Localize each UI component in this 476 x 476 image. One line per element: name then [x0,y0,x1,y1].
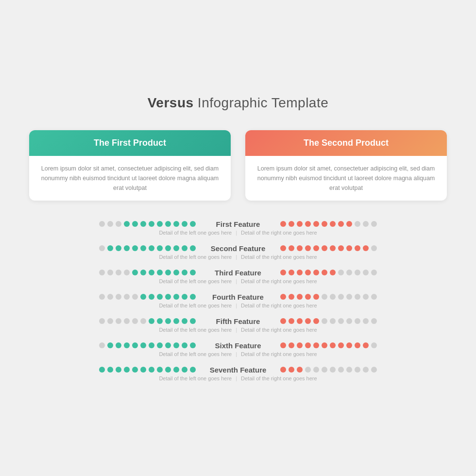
feature-right-dots-7 [280,367,447,373]
feature-detail-row-7: Detail of the left one goes here|Detail … [159,375,317,381]
left-dot-1-3 [116,221,121,227]
right-dot-5-11 [363,318,369,324]
left-dot-1-8 [157,221,163,227]
left-dot-1-4 [124,221,130,227]
right-dot-1-4 [305,221,311,227]
left-dot-7-3 [116,367,121,373]
right-dot-5-9 [346,318,352,324]
left-dot-7-11 [182,367,187,373]
feature-right-dots-2 [280,245,447,251]
left-dot-1-1 [99,221,105,227]
left-dot-4-3 [116,294,121,300]
right-dot-7-5 [313,367,319,373]
left-dot-5-8 [157,318,163,324]
feature-row-2: Second FeatureDetail of the left one goe… [29,244,447,260]
right-dot-1-12 [371,221,377,227]
right-dot-5-5 [313,318,319,324]
feature-dots-row-7: Seventh Feature [29,366,447,374]
right-dot-6-11 [363,342,369,348]
feature-row-1: First FeatureDetail of the left one goes… [29,220,447,236]
right-dot-7-3 [297,367,303,373]
right-dot-7-12 [371,367,377,373]
left-dot-6-1 [99,342,105,348]
left-dot-6-9 [165,342,171,348]
right-dot-3-9 [346,270,352,275]
product-2-header: The Second Product [245,130,447,156]
right-dot-2-10 [355,245,360,251]
feature-row-5: Fifth FeatureDetail of the left one goes… [29,317,447,333]
left-dot-1-11 [182,221,187,227]
feature-detail-row-3: Detail of the left one goes here|Detail … [159,278,317,284]
right-dot-6-1 [280,342,286,348]
left-dot-2-8 [157,245,163,251]
right-dot-2-9 [346,245,352,251]
right-dot-4-4 [305,294,311,300]
left-dot-1-7 [149,221,154,227]
feature-dots-row-2: Second Feature [29,244,447,253]
feature-detail-left-6: Detail of the left one goes here [159,351,232,357]
left-dot-6-12 [190,342,196,348]
right-dot-1-8 [338,221,344,227]
left-dot-6-7 [149,342,154,348]
feature-right-dots-1 [280,221,447,227]
left-dot-6-5 [132,342,138,348]
page-title: Versus Infographic Template [29,95,447,111]
feature-detail-left-3: Detail of the left one goes here [159,278,232,284]
left-dot-4-1 [99,294,105,300]
left-dot-6-2 [107,342,113,348]
feature-left-dots-3 [29,270,196,275]
left-dot-2-3 [116,245,121,251]
feature-detail-left-4: Detail of the left one goes here [159,303,232,308]
feature-right-dots-5 [280,318,447,324]
left-dot-5-9 [165,318,171,324]
right-dot-7-8 [338,367,344,373]
left-dot-3-6 [140,270,146,275]
feature-label-7: Seventh Feature [202,366,274,374]
right-dot-2-4 [305,245,311,251]
detail-divider-1: | [236,230,237,236]
left-dot-1-12 [190,221,196,227]
left-dot-5-6 [140,318,146,324]
right-dot-3-12 [371,270,377,275]
right-dot-1-9 [346,221,352,227]
right-dot-2-6 [322,245,327,251]
left-dot-2-11 [182,245,187,251]
right-dot-7-10 [355,367,360,373]
main-container: Versus Infographic Template The First Pr… [19,76,457,401]
feature-dots-row-3: Third Feature [29,269,447,277]
right-dot-7-9 [346,367,352,373]
right-dot-1-6 [322,221,327,227]
right-dot-3-8 [338,270,344,275]
left-dot-6-3 [116,342,121,348]
feature-detail-right-2: Detail of the right one goes here [241,254,317,260]
right-dot-7-11 [363,367,369,373]
feature-detail-right-3: Detail of the right one goes here [241,278,317,284]
feature-label-4: Fourth Feature [202,293,274,301]
feature-left-dots-7 [29,367,196,373]
left-dot-2-9 [165,245,171,251]
left-dot-6-10 [173,342,179,348]
right-dot-1-10 [355,221,360,227]
title-bold: Versus [148,95,194,110]
feature-detail-right-7: Detail of the right one goes here [241,375,317,381]
left-dot-3-7 [149,270,154,275]
left-dot-5-4 [124,318,130,324]
feature-right-dots-4 [280,294,447,300]
title-rest: Infographic Template [194,95,329,110]
right-dot-7-7 [330,367,336,373]
right-dot-5-4 [305,318,311,324]
right-dot-4-7 [330,294,336,300]
right-dot-5-10 [355,318,360,324]
left-dot-4-8 [157,294,163,300]
right-dot-5-3 [297,318,303,324]
feature-row-6: Sixth FeatureDetail of the left one goes… [29,341,447,357]
left-dot-3-11 [182,270,187,275]
right-dot-1-11 [363,221,369,227]
left-dot-7-7 [149,367,154,373]
feature-detail-right-1: Detail of the right one goes here [241,230,317,236]
left-dot-7-2 [107,367,113,373]
left-dot-4-5 [132,294,138,300]
left-dot-2-5 [132,245,138,251]
left-dot-2-12 [190,245,196,251]
right-dot-3-3 [297,270,303,275]
